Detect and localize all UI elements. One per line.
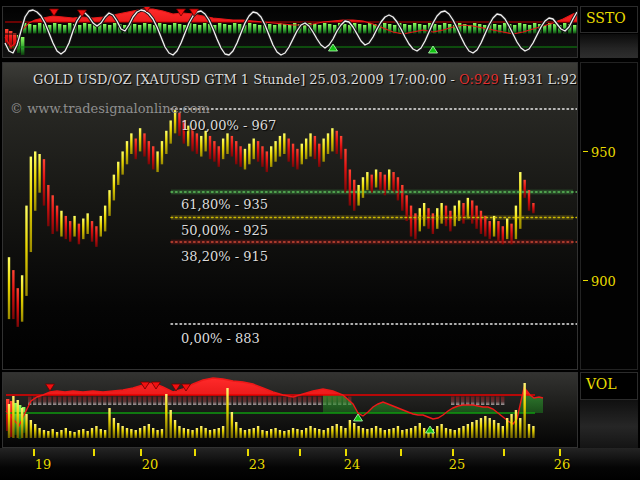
candle bbox=[108, 190, 110, 216]
volume-bar bbox=[462, 426, 464, 438]
candle bbox=[200, 136, 202, 157]
candle bbox=[292, 144, 294, 167]
fib-label: 0,00% - 883 bbox=[181, 331, 260, 346]
time-tick bbox=[345, 449, 347, 456]
title-symbol: GOLD USD/OZ [XAUUSD GTM 1 Stunde] 25.03.… bbox=[33, 72, 459, 87]
volume-bar bbox=[401, 430, 403, 438]
candle bbox=[30, 157, 32, 252]
candle bbox=[248, 144, 250, 165]
volume-bar bbox=[69, 431, 71, 438]
volume-bar bbox=[410, 428, 412, 438]
candle bbox=[523, 180, 525, 198]
time-tick bbox=[140, 449, 142, 456]
price-chart-panel[interactable]: GOLD USD/OZ [XAUUSD GTM 1 Stunde] 25.03.… bbox=[2, 62, 578, 370]
volume-bar bbox=[60, 430, 62, 438]
candle bbox=[161, 141, 163, 164]
candle bbox=[449, 211, 451, 232]
candle bbox=[52, 195, 54, 234]
volume-plot[interactable] bbox=[3, 373, 577, 447]
volume-bar bbox=[91, 428, 93, 438]
candle bbox=[21, 275, 23, 321]
volume-bar bbox=[65, 428, 67, 438]
volume-bar bbox=[388, 429, 390, 438]
volume-bar bbox=[510, 414, 512, 438]
volume-bar bbox=[100, 429, 102, 438]
stochastic-panel[interactable] bbox=[2, 6, 578, 58]
candle bbox=[126, 141, 128, 164]
volume-bar bbox=[322, 430, 324, 438]
volume-bar bbox=[480, 418, 482, 438]
candle bbox=[493, 216, 495, 237]
volume-bar bbox=[519, 418, 521, 438]
candle bbox=[86, 213, 88, 234]
candle bbox=[165, 131, 167, 154]
candle bbox=[244, 149, 246, 170]
fib-label: 61,80% - 935 bbox=[181, 197, 268, 212]
candle bbox=[56, 206, 58, 232]
candle bbox=[528, 190, 530, 211]
candle bbox=[379, 172, 381, 190]
time-tick bbox=[33, 449, 35, 456]
volume-bar bbox=[231, 412, 233, 438]
candle bbox=[139, 128, 141, 151]
candle bbox=[47, 185, 49, 226]
volume-bar bbox=[148, 424, 150, 438]
candle bbox=[82, 219, 84, 240]
candle bbox=[34, 151, 36, 210]
time-axis[interactable]: 192023242526 bbox=[0, 448, 640, 480]
candle bbox=[8, 257, 10, 319]
candle bbox=[467, 198, 469, 219]
fib-label: 50,00% - 925 bbox=[181, 223, 268, 238]
time-tick bbox=[400, 449, 402, 456]
volume-bar bbox=[261, 430, 263, 438]
volume-bar bbox=[397, 426, 399, 438]
candle bbox=[266, 151, 268, 172]
candle bbox=[340, 136, 342, 159]
volume-bar bbox=[279, 430, 281, 438]
volume-bar bbox=[440, 424, 442, 438]
candle bbox=[104, 206, 106, 232]
volume-bar bbox=[475, 420, 477, 438]
candle bbox=[152, 146, 154, 169]
volume-bar bbox=[384, 430, 386, 438]
volume-bar bbox=[78, 430, 80, 438]
candle bbox=[296, 149, 298, 170]
candle bbox=[462, 203, 464, 224]
volume-bar bbox=[226, 388, 228, 438]
candle bbox=[231, 136, 233, 157]
volume-bar bbox=[104, 430, 106, 438]
candle bbox=[366, 172, 368, 190]
volume-bar bbox=[336, 424, 338, 438]
ssto-label-cell[interactable]: SSTO bbox=[580, 6, 638, 33]
volume-bar bbox=[375, 426, 377, 438]
candle bbox=[353, 180, 355, 211]
candle bbox=[305, 139, 307, 160]
vol-label-cell[interactable]: VOL bbox=[580, 372, 638, 400]
volume-bar bbox=[191, 430, 193, 438]
volume-bar bbox=[414, 426, 416, 438]
volume-bar bbox=[423, 428, 425, 438]
volume-bar bbox=[253, 428, 255, 438]
volume-bar bbox=[139, 428, 141, 438]
time-tick-label: 25 bbox=[449, 457, 466, 472]
volume-bar bbox=[515, 410, 517, 438]
price-axis[interactable]: 950900 bbox=[580, 62, 638, 370]
volume-panel[interactable] bbox=[2, 372, 578, 448]
stochastic-plot[interactable] bbox=[3, 7, 577, 57]
candle bbox=[69, 221, 71, 242]
candle bbox=[283, 133, 285, 154]
candle bbox=[519, 172, 521, 229]
volume-bar bbox=[371, 428, 373, 438]
candle bbox=[209, 136, 211, 159]
candle bbox=[130, 133, 132, 154]
volume-bar bbox=[283, 431, 285, 438]
volume-bar bbox=[121, 426, 123, 438]
time-tick bbox=[503, 449, 505, 456]
candle bbox=[148, 141, 150, 164]
candle bbox=[274, 141, 276, 162]
candle bbox=[73, 216, 75, 237]
candle bbox=[25, 206, 27, 296]
volume-bar bbox=[379, 428, 381, 438]
volume-bar bbox=[523, 383, 525, 438]
candle bbox=[38, 154, 40, 193]
